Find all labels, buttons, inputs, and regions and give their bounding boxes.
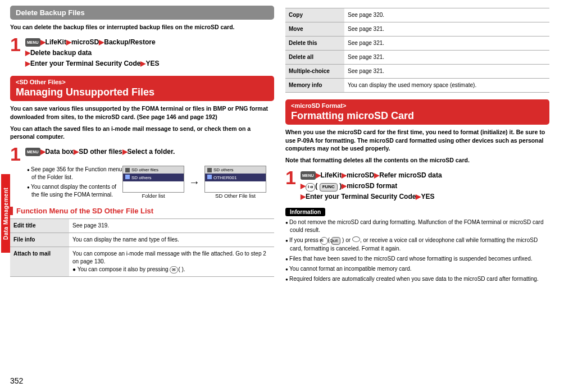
table-row: Delete allSee page 321. xyxy=(285,51,549,65)
step-body: MENU▶LifeKit▶microSD▶Backup/Restore ▶Del… xyxy=(25,35,160,70)
left-column: Delete Backup Files You can delete the b… xyxy=(10,6,274,285)
end-key-icon xyxy=(352,236,360,242)
intro-format-b: Note that formatting deletes all the con… xyxy=(285,156,549,165)
bullets-sd: See page 356 for the Function menu of th… xyxy=(27,166,122,201)
table-row: Edit titleSee page 319. xyxy=(10,219,274,233)
softkey-blank: ( ). xyxy=(178,266,185,272)
info-item: Files that have been saved to the microS… xyxy=(285,255,549,263)
path-lifekit: LifeKit xyxy=(321,171,342,179)
info-item: Do not remove the microSD card during fo… xyxy=(285,218,549,234)
table-val: See page 321. xyxy=(344,51,549,65)
table-key: Multiple-choice xyxy=(285,65,344,79)
path-refer: Refer microSD data xyxy=(379,171,442,179)
path-yes: YES xyxy=(145,60,159,67)
ialpha-icon: i α xyxy=(306,183,315,192)
table-row: Attach to mail You can compose an i-mode… xyxy=(10,247,274,277)
table-row: MoveSee page 321. xyxy=(285,22,549,37)
screen-line: OTHER001 xyxy=(213,175,236,180)
screen-header: SD other files xyxy=(123,166,184,174)
page-number: 352 xyxy=(10,376,23,385)
table-row: File infoYou can display the name and ty… xyxy=(10,233,274,247)
path-databox: Data box xyxy=(46,148,74,156)
table-val: See page 319. xyxy=(69,219,274,233)
function-table-2: CopySee page 320. MoveSee page 321. Dele… xyxy=(285,8,549,93)
menu-icon: MENU xyxy=(301,171,316,180)
step-number: 1 xyxy=(10,35,21,54)
path-microsd: microSD xyxy=(347,171,374,179)
table-row: Delete thisSee page 321. xyxy=(285,37,549,51)
page-content: Delete Backup Files You can delete the b… xyxy=(0,0,564,285)
table-row: CopySee page 320. xyxy=(285,8,549,22)
heading-format: <microSD Format> Formatting microSD Card xyxy=(285,99,549,125)
table-val: You can display the used memory space (e… xyxy=(344,79,549,93)
quit-softkey: Quit xyxy=(331,237,341,244)
table-row: Multiple-choiceSee page 321. xyxy=(285,65,549,79)
table-row: Memory infoYou can display the used memo… xyxy=(285,79,549,93)
screen-header: SD others xyxy=(205,166,266,174)
info-item: You cannot format an incompatible memory… xyxy=(285,265,549,273)
menu-icon: MENU xyxy=(25,148,40,156)
info-item: Required folders are automatically creat… xyxy=(285,275,549,283)
function-table-1: Edit titleSee page 319. File infoYou can… xyxy=(10,218,274,277)
table-key: Move xyxy=(285,22,344,37)
table-val: You can compose an i-mode mail message w… xyxy=(69,247,274,277)
caption-folder: Folder list xyxy=(122,193,184,199)
screen-line: SD others xyxy=(131,175,152,180)
step-number: 1 xyxy=(10,144,21,163)
path-backup: Backup/Restore xyxy=(104,38,155,46)
path-security: Enter your Terminal Security Code xyxy=(306,193,416,200)
heading-sd-other: <SD Other Files> Managing Unsupported Fi… xyxy=(10,76,274,101)
bullet-item: See page 356 for the Function menu of th… xyxy=(27,166,122,181)
information-list: Do not remove the microSD card during fo… xyxy=(285,218,549,282)
heading-main: Managing Unsupported Files xyxy=(16,86,269,98)
path-lifekit: LifeKit xyxy=(46,38,66,46)
path-microsd: microSD xyxy=(71,38,99,46)
table-val: See page 321. xyxy=(344,22,549,37)
intro-sd-a: You can save various files unsupported b… xyxy=(10,104,274,121)
table-key: Attach to mail xyxy=(10,247,69,277)
step-number: 1 xyxy=(285,168,296,187)
table-key: Delete all xyxy=(285,51,344,65)
path-security: Enter your Terminal Security Code xyxy=(30,60,141,67)
path-format: microSD format xyxy=(347,182,397,190)
path-yes: YES xyxy=(421,193,434,200)
arrow-icon: → xyxy=(189,176,200,189)
table-key: Memory info xyxy=(285,79,344,93)
screen-file-list: SD others OTHER001 SD Other File list xyxy=(204,166,266,199)
information-heading: Information xyxy=(285,208,325,216)
table-key: Copy xyxy=(285,8,344,22)
intro-delete-backup: You can delete the backup files or inter… xyxy=(10,23,274,31)
table-val: See page 320. xyxy=(344,8,549,22)
func-softkey: FUNC xyxy=(320,183,338,192)
table-key: File info xyxy=(10,233,69,247)
right-column: CopySee page 320. MoveSee page 321. Dele… xyxy=(285,6,549,285)
bullet-item: You cannot display the contents of the f… xyxy=(27,183,122,199)
step-1-format: 1 MENU▶LifeKit▶microSD▶Refer microSD dat… xyxy=(285,168,549,203)
table-val: See page 321. xyxy=(344,37,549,51)
step-1-sd: 1 MENU▶Data box▶SD other files▶Select a … xyxy=(10,144,274,163)
mail-icon: ✉ xyxy=(170,266,178,274)
path-sdother: SD other files xyxy=(79,148,122,156)
screen-folder-list: SD other files SD others Folder list xyxy=(122,166,184,199)
heading-tag: <SD Other Files> xyxy=(16,79,269,85)
step-body: MENU▶Data box▶SD other files▶Select a fo… xyxy=(25,144,274,157)
table-val: See page 321. xyxy=(344,65,549,79)
path-select-folder: Select a folder. xyxy=(128,148,175,156)
step-body: MENU▶LifeKit▶microSD▶Refer microSD data … xyxy=(301,168,442,203)
intro-format-a: When you use the microSD card for the fi… xyxy=(285,128,549,153)
function-menu-title: Function Menu of the SD Other File List xyxy=(10,207,274,215)
mail-icon: ✉ xyxy=(320,237,328,244)
table-key: Edit title xyxy=(10,219,69,233)
intro-sd-b: You can attach the saved files to an i-m… xyxy=(10,125,274,141)
caption-file: SD Other File list xyxy=(204,193,266,199)
heading-tag: <microSD Format> xyxy=(291,102,544,109)
step-1-delete: 1 MENU▶LifeKit▶microSD▶Backup/Restore ▶D… xyxy=(10,35,274,70)
path-delete-data: Delete backup data xyxy=(30,49,92,57)
table-key: Delete this xyxy=(285,37,344,51)
menu-icon: MENU xyxy=(25,38,40,47)
table-val: You can display the name and type of fil… xyxy=(69,233,274,247)
heading-delete-backup: Delete Backup Files xyxy=(10,6,274,20)
heading-main: Formatting microSD Card xyxy=(291,110,544,122)
info-item: If you press ✉( Quit ) or , or receive a… xyxy=(285,236,549,252)
